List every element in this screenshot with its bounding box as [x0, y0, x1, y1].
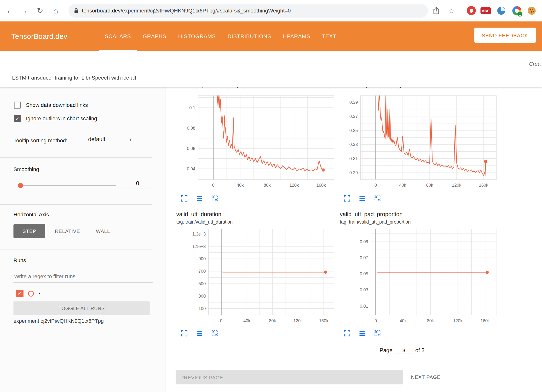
abp-extension-icon[interactable]: ABP [480, 7, 491, 14]
pie-extension-icon[interactable] [497, 6, 506, 15]
svg-text:0.06: 0.06 [187, 146, 195, 151]
experiment-title: LSTM transducer training for LibriSpeech… [12, 75, 136, 81]
page-label: Page [380, 347, 392, 354]
tab-distributions[interactable]: DISTRIBUTIONS [222, 21, 277, 51]
svg-text:1.3e+3: 1.3e+3 [192, 232, 206, 236]
axis-relative-button[interactable]: RELATIVE [50, 224, 85, 238]
chart-tag-clipped: tag: train/valid_tot_prob [361, 87, 409, 89]
scalar-chart-svg: 1003005007009001.1e+31.3e+3040k80k120k16… [188, 229, 337, 326]
svg-text:0.1: 0.1 [189, 105, 195, 110]
divider [0, 204, 152, 205]
svg-text:160k: 160k [317, 183, 326, 188]
svg-text:900: 900 [198, 256, 206, 261]
svg-text:40k: 40k [237, 183, 244, 188]
adblock-extension-icon[interactable] [467, 6, 476, 15]
next-page-button[interactable]: NEXT PAGE [411, 374, 440, 380]
profile-badge: 1 [518, 12, 522, 17]
toggle-yaxis-icon[interactable] [359, 195, 366, 202]
svg-text:0.09: 0.09 [360, 239, 368, 244]
experiment-id-label: experiment cj2vtPiwQHKN9Q1tx6PTpg [13, 318, 104, 324]
dropdown-arrow-icon[interactable]: ▾ [129, 137, 132, 142]
send-feedback-button[interactable]: SEND FEEDBACK [474, 28, 536, 43]
share-icon[interactable] [430, 0, 442, 21]
axis-step-button[interactable]: STEP [13, 224, 45, 238]
svg-text:0.39: 0.39 [349, 100, 358, 105]
expand-chart-icon[interactable] [181, 195, 188, 202]
fit-domain-icon[interactable] [374, 330, 381, 337]
divider [0, 157, 152, 157]
toggle-all-runs-button[interactable]: TOGGLE ALL RUNS [13, 301, 150, 315]
star-icon[interactable]: ☆ [445, 0, 457, 21]
ignore-outliers-label[interactable]: Ignore outliers in chart scaling [26, 115, 97, 122]
toggle-yaxis-icon[interactable] [196, 195, 203, 202]
page-number-input[interactable] [396, 347, 412, 354]
chart-actions [344, 330, 381, 337]
run-checkbox[interactable]: ✓ [16, 290, 23, 297]
svg-text:0.03: 0.03 [360, 288, 368, 292]
tab-hparams[interactable]: HPARAMS [277, 21, 316, 51]
tooltip-sorting-select[interactable]: default [88, 136, 105, 142]
svg-text:0.01: 0.01 [360, 304, 368, 309]
page-of-label: of 3 [415, 347, 425, 354]
scalar-chart[interactable]: 0.290.310.330.350.370.39040k80k120k160k [341, 95, 499, 190]
svg-text:0: 0 [375, 183, 377, 188]
run-color-swatch [28, 291, 34, 297]
fit-domain-icon[interactable] [211, 195, 218, 202]
svg-text:160k: 160k [480, 318, 490, 323]
svg-text:0: 0 [375, 318, 377, 323]
browser-chrome: ← → ↻ ⌂ tensorboard.dev/experiment/cj2vt… [0, 0, 542, 22]
back-icon[interactable]: ← [4, 0, 16, 21]
reload-icon[interactable]: ↻ [34, 0, 46, 21]
svg-text:40k: 40k [400, 318, 407, 323]
svg-text:0.05: 0.05 [360, 271, 368, 276]
browser-window: ← → ↻ ⌂ tensorboard.dev/experiment/cj2vt… [0, 0, 542, 392]
chart-title: valid_utt_duration [176, 211, 221, 217]
expand-chart-icon[interactable] [344, 195, 351, 202]
url-bar[interactable]: tensorboard.dev/experiment/cj2vtPiwQHKN9… [69, 4, 428, 18]
svg-text:0.33: 0.33 [349, 142, 358, 147]
smoothing-slider-track[interactable] [19, 185, 116, 186]
ignore-outliers-checkbox[interactable]: ✓ [14, 115, 21, 122]
runs-label: Runs [13, 257, 26, 263]
chart-tag: tag: train/valid_utt_duration [176, 219, 233, 225]
scalar-chart-svg: 0.010.030.050.070.09040k80k120k160k [350, 229, 499, 326]
tab-scalars[interactable]: SCALARS [99, 21, 137, 51]
expand-chart-icon[interactable] [181, 330, 188, 337]
charts-panel: tag: train/valid_simple_loss tag: train/… [166, 87, 542, 392]
nav-tabs: SCALARS GRAPHS HISTOGRAMS DISTRIBUTIONS … [99, 21, 342, 51]
svg-text:0.04: 0.04 [187, 167, 195, 171]
fit-domain-icon[interactable] [374, 195, 381, 202]
svg-text:160k: 160k [479, 183, 489, 188]
show-download-checkbox[interactable] [14, 102, 21, 109]
axis-wall-button[interactable]: WALL [89, 224, 117, 238]
svg-text:0.37: 0.37 [349, 114, 358, 119]
scalar-chart[interactable]: 0.040.060.080.1040k80k120k160k [179, 95, 337, 190]
smoothing-value-input[interactable] [123, 178, 152, 189]
expand-chart-icon[interactable] [344, 330, 351, 337]
lock-icon [74, 8, 79, 13]
app-brand: TensorBoard.dev [12, 21, 67, 51]
chart-title: valid_utt_pad_proportion [340, 211, 403, 217]
toggle-yaxis-icon[interactable] [359, 330, 366, 337]
scalar-chart[interactable]: 1003005007009001.1e+31.3e+3040k80k120k16… [188, 229, 337, 326]
tab-histograms[interactable]: HISTOGRAMS [172, 21, 222, 51]
svg-text:0.31: 0.31 [349, 156, 358, 161]
show-download-label[interactable]: Show data download links [26, 102, 88, 108]
tab-text[interactable]: TEXT [316, 21, 342, 51]
run-name-label[interactable]: . [39, 289, 40, 295]
tab-graphs[interactable]: GRAPHS [137, 21, 172, 51]
scalar-chart[interactable]: 0.010.030.050.070.09040k80k120k160k [350, 229, 499, 326]
svg-text:300: 300 [198, 294, 206, 299]
previous-page-button[interactable]: PREVIOUS PAGE [176, 370, 403, 384]
runs-filter-input[interactable] [13, 271, 153, 282]
cookie-icon[interactable] [528, 6, 536, 15]
pagination: Page of 3 [380, 347, 425, 354]
svg-text:80k: 80k [426, 183, 433, 188]
svg-text:80k: 80k [269, 318, 276, 323]
fit-domain-icon[interactable] [211, 330, 218, 337]
forward-icon[interactable]: → [18, 0, 30, 21]
svg-text:1.1e+3: 1.1e+3 [192, 244, 206, 249]
smoothing-slider-thumb[interactable] [18, 183, 23, 188]
toggle-yaxis-icon[interactable] [196, 330, 203, 337]
home-icon[interactable]: ⌂ [50, 0, 62, 21]
